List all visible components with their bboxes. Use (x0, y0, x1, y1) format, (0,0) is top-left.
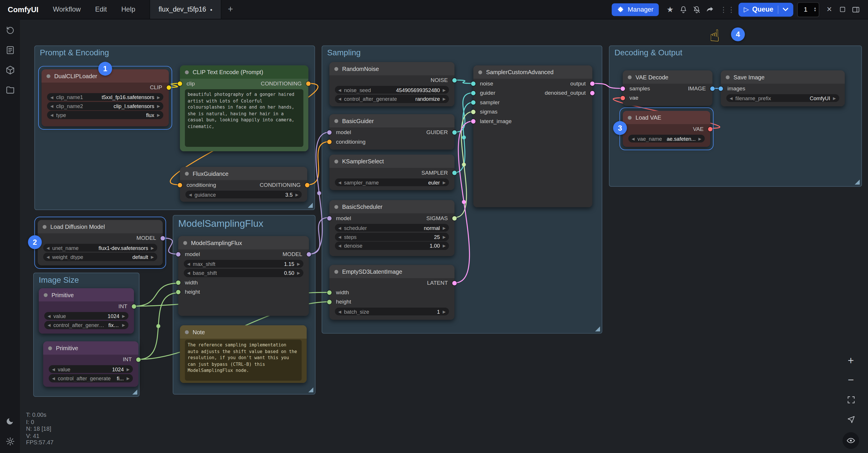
zoom-in-button[interactable]: + (845, 355, 857, 367)
input-slot-conditioning[interactable] (178, 182, 182, 187)
node-save-image[interactable]: Save Imageimages◀filename_prefixComfyUI▶ (721, 70, 845, 106)
input-slot-model[interactable] (176, 252, 180, 256)
chevron-down-icon[interactable] (783, 7, 788, 11)
queue-button[interactable]: ▷ Queue (739, 3, 793, 17)
widget-filename-prefix[interactable]: ◀filename_prefixComfyUI▶ (726, 94, 839, 102)
node-note[interactable]: NoteThe reference sampling implementatio… (180, 325, 307, 383)
node-ksamplerselect[interactable]: KSamplerSelectSAMPLER◀sampler_nameeuler▶ (329, 155, 454, 190)
menu-workflow[interactable]: Workflow (46, 5, 88, 13)
widget-arrow-right-icon[interactable]: ▶ (126, 367, 129, 371)
star-icon[interactable]: ★ (663, 3, 677, 16)
theme-toggle-button[interactable] (4, 416, 16, 427)
node-clip-text-encode-prompt[interactable]: CLIP Text Encode (Prompt)clipCONDITIONIN… (180, 65, 308, 151)
input-slot-guider[interactable] (471, 91, 475, 95)
node-library-button[interactable] (4, 44, 16, 55)
node-emptysd3latentimage[interactable]: EmptySD3LatentImageLATENTwidthheight◀bat… (329, 265, 454, 320)
node-primitive[interactable]: PrimitiveINT◀value1024▶◀control_after_ge… (39, 288, 134, 334)
output-slot-sigmas[interactable] (452, 216, 457, 220)
batch-count-spinner[interactable]: 1 ▲▼ (797, 2, 819, 17)
widget-arrow-left-icon[interactable]: ◀ (52, 367, 55, 371)
widget-value[interactable]: ◀value1024▶ (44, 312, 128, 320)
widget-vae-name[interactable]: ◀vae_nameae.safeten...▶ (628, 135, 705, 143)
widget-arrow-left-icon[interactable]: ◀ (338, 88, 341, 91)
collapse-dot[interactable] (628, 116, 631, 119)
widget-control-after-generate[interactable]: ◀control_after_generatefixed▶ (44, 321, 128, 329)
widget-arrow-left-icon[interactable]: ◀ (52, 376, 55, 380)
collapse-dot[interactable] (42, 225, 46, 229)
spinner-carets[interactable]: ▲▼ (814, 7, 819, 12)
widget-arrow-left-icon[interactable]: ◀ (187, 271, 190, 275)
widget-arrow-right-icon[interactable]: ▶ (443, 310, 445, 313)
menu-help[interactable]: Help (114, 5, 142, 13)
widget-arrow-right-icon[interactable]: ▶ (297, 262, 300, 265)
widget-arrow-left-icon[interactable]: ◀ (50, 95, 53, 99)
output-slot-output[interactable] (590, 81, 595, 85)
widget-arrow-left-icon[interactable]: ◀ (338, 235, 341, 239)
widget-guidance[interactable]: ◀guidance3.5▶ (185, 191, 302, 199)
close-icon[interactable]: × (823, 3, 836, 16)
node-randomnoise[interactable]: RandomNoiseNOISE◀noise_seed4549056993524… (329, 62, 454, 106)
input-slot-latent-image[interactable] (471, 119, 475, 123)
output-slot-clip[interactable] (167, 85, 171, 89)
output-slot-model[interactable] (307, 252, 311, 256)
widget-type[interactable]: ◀typeflux▶ (47, 111, 163, 119)
widget-arrow-left-icon[interactable]: ◀ (46, 246, 50, 250)
widget-arrow-right-icon[interactable]: ▶ (126, 376, 129, 380)
input-slot-model[interactable] (327, 130, 332, 134)
output-slot-conditioning[interactable] (306, 81, 310, 85)
input-slot-clip[interactable] (178, 81, 182, 85)
output-slot-latent[interactable] (452, 281, 457, 285)
graph-canvas[interactable]: Prompt & EncodingSamplingDecoding & Outp… (0, 0, 868, 453)
text-widget[interactable]: beautiful photography of a gonger haired… (185, 89, 303, 147)
widget-sampler-name[interactable]: ◀sampler_nameeuler▶ (335, 178, 449, 187)
collapse-dot[interactable] (335, 67, 338, 71)
collapse-dot[interactable] (183, 241, 187, 245)
widget-clip-name1[interactable]: ◀clip_name1t5xxl_fp16.safetensors▶ (47, 93, 163, 101)
input-slot-conditioning[interactable] (327, 139, 332, 144)
text-widget[interactable]: The reference sampling implementation au… (185, 340, 302, 381)
zoom-out-button[interactable]: − (845, 374, 857, 386)
widget-scheduler[interactable]: ◀schedulernormal▶ (335, 224, 449, 232)
widget-arrow-right-icon[interactable]: ▶ (699, 137, 701, 140)
collapse-dot[interactable] (478, 70, 482, 74)
widget-arrow-right-icon[interactable]: ▶ (157, 113, 160, 117)
widget-arrow-right-icon[interactable]: ▶ (833, 96, 836, 100)
workflow-tab[interactable]: flux_dev_t5fp16 ● (150, 0, 221, 19)
input-slot-width[interactable] (327, 290, 332, 294)
collapse-dot[interactable] (335, 119, 338, 122)
widget-arrow-left-icon[interactable]: ◀ (631, 137, 634, 140)
output-slot-int[interactable] (132, 304, 136, 308)
collapse-dot[interactable] (335, 159, 338, 163)
widget-arrow-right-icon[interactable]: ▶ (122, 323, 125, 327)
widget-arrow-right-icon[interactable]: ▶ (296, 193, 298, 196)
widget-max-shift[interactable]: ◀max_shift1.15▶ (184, 260, 303, 268)
collapse-dot[interactable] (185, 171, 189, 175)
node-load-vae[interactable]: Load VAEVAE◀vae_nameae.safeten...▶ (623, 111, 710, 147)
widget-batch-size[interactable]: ◀batch_size1▶ (335, 307, 449, 315)
output-slot-vae[interactable] (708, 126, 712, 131)
output-slot-denoised-output[interactable] (590, 91, 595, 95)
output-slot-int[interactable] (136, 357, 141, 362)
widget-control-after-generate[interactable]: ◀control_after_generatefi...▶ (49, 374, 133, 382)
node-modelsamplingflux[interactable]: ModelSamplingFluxmodelMODEL◀max_shift1.1… (178, 236, 309, 316)
widget-arrow-left-icon[interactable]: ◀ (48, 323, 51, 327)
output-slot-guider[interactable] (452, 130, 457, 134)
collapse-dot[interactable] (185, 70, 189, 74)
workflows-button[interactable] (4, 84, 16, 95)
output-slot-image[interactable] (710, 86, 715, 91)
widget-noise-seed[interactable]: ◀noise_seed454905699352480▶ (335, 86, 449, 94)
node-load-diffusion-model[interactable]: Load Diffusion ModelMODEL◀unet_nameflux1… (38, 220, 163, 265)
widget-arrow-left-icon[interactable]: ◀ (338, 310, 341, 313)
widget-denoise[interactable]: ◀denoise1.00▶ (335, 242, 449, 250)
bell-icon[interactable] (677, 3, 690, 16)
widget-arrow-left-icon[interactable]: ◀ (730, 96, 733, 100)
collapse-dot[interactable] (44, 293, 48, 296)
share-icon[interactable] (703, 3, 717, 16)
input-slot-samples[interactable] (621, 86, 625, 91)
input-slot-noise[interactable] (471, 81, 475, 85)
new-tab-button[interactable]: + (221, 4, 240, 14)
widget-arrow-left-icon[interactable]: ◀ (338, 244, 341, 248)
fit-view-button[interactable] (845, 393, 857, 405)
widget-arrow-left-icon[interactable]: ◀ (46, 255, 50, 259)
output-slot-conditioning[interactable] (305, 182, 309, 187)
